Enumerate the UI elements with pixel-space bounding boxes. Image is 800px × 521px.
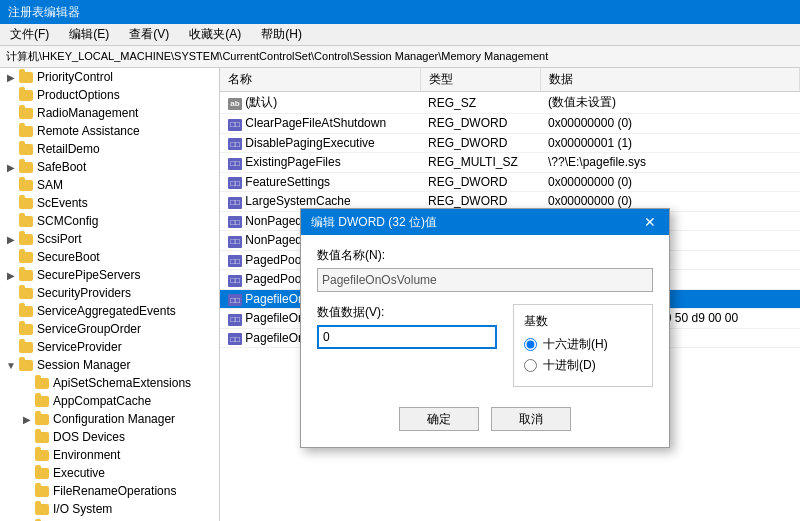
tree-item[interactable]: SecureBoot — [0, 248, 219, 266]
tree-item[interactable]: ServiceGroupOrder — [0, 320, 219, 338]
tree-item[interactable]: Remote Assistance — [0, 122, 219, 140]
radio-hex-option[interactable]: 十六进制(H) — [524, 336, 642, 353]
tree-item[interactable]: DOS Devices — [0, 428, 219, 446]
dialog-body: 数值名称(N): 数值数据(V): 基数 十六进制(H) — [301, 235, 669, 447]
table-row[interactable]: □□ ClearPageFileAtShutdown REG_DWORD 0x0… — [220, 114, 800, 134]
dialog-radio-area: 基数 十六进制(H) 十进制(D) — [513, 304, 653, 387]
tree-item[interactable]: Executive — [0, 464, 219, 482]
reg-icon-dword: □□ — [228, 236, 242, 248]
tree-item[interactable]: FileRenameOperations — [0, 482, 219, 500]
tree-item[interactable]: ProductOptions — [0, 86, 219, 104]
menu-view[interactable]: 查看(V) — [123, 24, 175, 45]
radio-dec-option[interactable]: 十进制(D) — [524, 357, 642, 374]
radio-hex[interactable] — [524, 338, 537, 351]
menu-edit[interactable]: 编辑(E) — [63, 24, 115, 45]
title-bar: 注册表编辑器 — [0, 0, 800, 24]
tree-item[interactable]: ▼ Session Manager — [0, 356, 219, 374]
folder-icon — [18, 304, 34, 318]
cell-type: REG_DWORD — [420, 133, 540, 153]
tree-item[interactable]: ApiSetSchemaExtensions — [0, 374, 219, 392]
dialog-title-bar: 编辑 DWORD (32 位)值 ✕ — [301, 209, 669, 235]
main-content: ▶ PriorityControl ProductOptions RadioMa… — [0, 68, 800, 521]
tree-item[interactable]: RetailDemo — [0, 140, 219, 158]
folder-icon — [18, 340, 34, 354]
data-value-input[interactable] — [317, 325, 497, 349]
edit-dword-dialog[interactable]: 编辑 DWORD (32 位)值 ✕ 数值名称(N): 数值数据(V): 基数 … — [300, 208, 670, 448]
tree-item[interactable]: SecurityProviders — [0, 284, 219, 302]
folder-icon — [18, 106, 34, 120]
tree-arrow: ▶ — [4, 234, 18, 245]
tree-item[interactable]: AppCompatCache — [0, 392, 219, 410]
tree-item[interactable]: ScEvents — [0, 194, 219, 212]
base-label: 基数 — [524, 313, 642, 330]
tree-label: Session Manager — [37, 358, 130, 372]
tree-item[interactable]: ▶ Configuration Manager — [0, 410, 219, 428]
name-field-label: 数值名称(N): — [317, 247, 653, 264]
tree-label: RadioManagement — [37, 106, 138, 120]
name-input[interactable] — [317, 268, 653, 292]
folder-icon — [18, 322, 34, 336]
menu-favorites[interactable]: 收藏夹(A) — [183, 24, 247, 45]
cell-name: □□ ExistingPageFiles — [220, 153, 420, 173]
tree-item[interactable]: SCMConfig — [0, 212, 219, 230]
cancel-button[interactable]: 取消 — [491, 407, 571, 431]
tree-item[interactable]: ServiceAggregatedEvents — [0, 302, 219, 320]
reg-icon-dword: □□ — [228, 275, 242, 287]
col-header-type: 类型 — [420, 68, 540, 92]
reg-icon-dword: □□ — [228, 158, 242, 170]
col-header-name: 名称 — [220, 68, 420, 92]
table-row[interactable]: ab (默认) REG_SZ (数值未设置) — [220, 92, 800, 114]
folder-icon — [18, 88, 34, 102]
folder-icon — [18, 214, 34, 228]
tree-arrow: ▶ — [4, 72, 18, 83]
tree-item[interactable]: ▶ ScsiPort — [0, 230, 219, 248]
cell-type: REG_DWORD — [420, 114, 540, 134]
tree-label: AppCompatCache — [53, 394, 151, 408]
tree-label: Executive — [53, 466, 105, 480]
tree-label: ServiceGroupOrder — [37, 322, 141, 336]
folder-icon — [34, 412, 50, 426]
tree-label: ScEvents — [37, 196, 88, 210]
table-row[interactable]: □□ ExistingPageFiles REG_MULTI_SZ \??\E:… — [220, 153, 800, 173]
tree-item[interactable]: RadioManagement — [0, 104, 219, 122]
table-row[interactable]: □□ DisablePagingExecutive REG_DWORD 0x00… — [220, 133, 800, 153]
tree-label: SecurePipeServers — [37, 268, 140, 282]
tree-item[interactable]: ▶ PriorityControl — [0, 68, 219, 86]
tree-panel[interactable]: ▶ PriorityControl ProductOptions RadioMa… — [0, 68, 220, 521]
folder-icon — [34, 466, 50, 480]
tree-label: I/O System — [53, 502, 112, 516]
menu-file[interactable]: 文件(F) — [4, 24, 55, 45]
cell-type: REG_SZ — [420, 92, 540, 114]
reg-icon-dword: □□ — [228, 314, 242, 326]
cell-name: □□ ClearPageFileAtShutdown — [220, 114, 420, 134]
menu-help[interactable]: 帮助(H) — [255, 24, 308, 45]
cell-name: ab (默认) — [220, 92, 420, 114]
cell-type: REG_DWORD — [420, 172, 540, 192]
reg-icon-ab: ab — [228, 98, 242, 110]
tree-item[interactable]: I/O System — [0, 500, 219, 518]
tree-arrow: ▶ — [4, 270, 18, 281]
tree-item[interactable]: ▶ SafeBoot — [0, 158, 219, 176]
cell-data: (数值未设置) — [540, 92, 800, 114]
tree-arrow: ▶ — [4, 162, 18, 173]
folder-icon — [18, 124, 34, 138]
tree-label: Configuration Manager — [53, 412, 175, 426]
tree-label: SecurityProviders — [37, 286, 131, 300]
tree-item[interactable]: ▶ SecurePipeServers — [0, 266, 219, 284]
cell-data: 0x00000000 (0) — [540, 114, 800, 134]
reg-icon-dword: □□ — [228, 138, 242, 150]
tree-item[interactable]: ServiceProvider — [0, 338, 219, 356]
address-label: 计算机\HKEY_LOCAL_MACHINE\SYSTEM\CurrentCon… — [6, 49, 548, 64]
folder-icon — [18, 160, 34, 174]
ok-button[interactable]: 确定 — [399, 407, 479, 431]
dialog-title: 编辑 DWORD (32 位)值 — [311, 214, 437, 231]
radio-dec[interactable] — [524, 359, 537, 372]
tree-label: ApiSetSchemaExtensions — [53, 376, 191, 390]
table-row[interactable]: □□ FeatureSettings REG_DWORD 0x00000000 … — [220, 172, 800, 192]
cell-data: \??\E:\pagefile.sys — [540, 153, 800, 173]
dialog-close-button[interactable]: ✕ — [641, 213, 659, 231]
tree-item[interactable]: Environment — [0, 446, 219, 464]
tree-item[interactable]: SAM — [0, 176, 219, 194]
tree-label: SafeBoot — [37, 160, 86, 174]
cell-name: □□ DisablePagingExecutive — [220, 133, 420, 153]
